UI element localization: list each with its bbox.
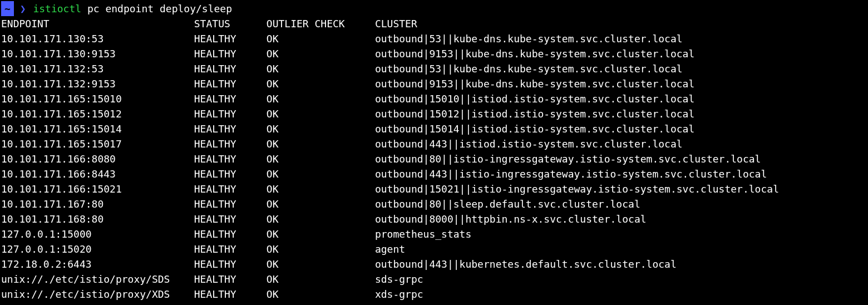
table-row: 172.18.0.2:6443 HEALTHY OK outbound|443|… [1,258,677,270]
table-row: 10.101.171.166:8443 HEALTHY OK outbound|… [1,168,767,180]
table-row: 10.101.171.132:9153 HEALTHY OK outbound|… [1,78,694,90]
table-row: 10.101.171.165:15010 HEALTHY OK outbound… [1,93,694,105]
command-output: ENDPOINT STATUS OUTLIER CHECK CLUSTER 10… [1,16,867,302]
table-row: unix://./etc/istio/proxy/SDS HEALTHY OK … [1,273,423,285]
prompt-line: ~ ❯ istioctl pc endpoint deploy/sleep [1,1,867,16]
command-binary: istioctl [33,1,81,16]
table-row: 10.101.171.165:15014 HEALTHY OK outbound… [1,123,694,135]
terminal[interactable]: ~ ❯ istioctl pc endpoint deploy/sleep EN… [0,0,868,303]
table-row: 127.0.0.1:15020 HEALTHY OK agent [1,243,405,255]
table-row: 10.101.171.130:9153 HEALTHY OK outbound|… [1,48,694,60]
command-args: pc endpoint deploy/sleep [81,1,232,16]
prompt-dir-badge: ~ [1,1,14,16]
table-row: unix://./etc/istio/proxy/XDS HEALTHY OK … [1,288,423,300]
table-row: 127.0.0.1:15000 HEALTHY OK prometheus_st… [1,228,471,240]
table-row: 10.101.171.132:53 HEALTHY OK outbound|53… [1,63,683,75]
table-row: 10.101.171.167:80 HEALTHY OK outbound|80… [1,198,640,210]
table-row: 10.101.171.166:15021 HEALTHY OK outbound… [1,183,779,195]
table-row: 10.101.171.165:15017 HEALTHY OK outbound… [1,138,683,150]
table-row: 10.101.171.168:80 HEALTHY OK outbound|80… [1,213,647,225]
table-header-row: ENDPOINT STATUS OUTLIER CHECK CLUSTER [1,18,417,29]
table-row: 10.101.171.165:15012 HEALTHY OK outbound… [1,108,694,120]
prompt-arrow-icon: ❯ [20,1,26,16]
table-row: 10.101.171.166:8080 HEALTHY OK outbound|… [1,153,761,165]
table-row: 10.101.171.130:53 HEALTHY OK outbound|53… [1,33,683,45]
